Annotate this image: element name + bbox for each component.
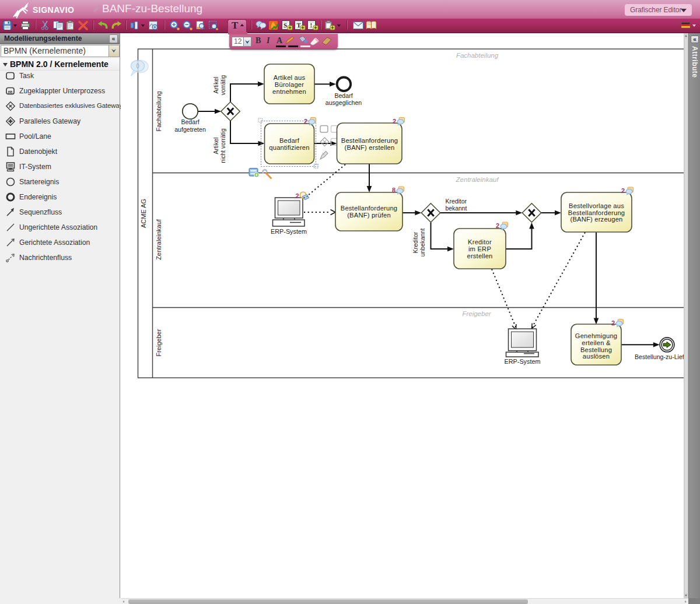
svg-text:Freigeber: Freigeber xyxy=(462,310,491,317)
svg-text:auslösen: auslösen xyxy=(583,353,610,360)
svg-text:erteilen &: erteilen & xyxy=(582,339,611,346)
svg-text:2: 2 xyxy=(393,118,396,125)
svg-text:Bestellanforderung: Bestellanforderung xyxy=(341,137,398,144)
svg-text:ERP-System: ERP-System xyxy=(505,358,541,365)
svg-text:Bestellanforderung: Bestellanforderung xyxy=(341,205,398,212)
svg-text:quantifizieren: quantifizieren xyxy=(269,144,309,151)
svg-text:im ERP: im ERP xyxy=(468,245,491,252)
svg-text:2: 2 xyxy=(621,187,625,194)
svg-text:Bestellanforderung: Bestellanforderung xyxy=(568,209,625,216)
svg-text:Kreditor: Kreditor xyxy=(468,238,492,245)
svg-text:2: 2 xyxy=(496,222,499,229)
svg-text:Artikel aus: Artikel aus xyxy=(274,74,306,81)
svg-text:!: ! xyxy=(310,22,313,29)
svg-text:2: 2 xyxy=(304,118,307,125)
svg-text:Genehmigung: Genehmigung xyxy=(575,332,617,339)
svg-text:Bedarf: Bedarf xyxy=(181,118,199,125)
svg-text:Zentraleinkauf: Zentraleinkauf xyxy=(456,176,500,183)
svg-text:2: 2 xyxy=(295,192,299,199)
svg-text:entnehmen: entnehmen xyxy=(272,88,306,95)
svg-text:Bedarf: Bedarf xyxy=(279,137,300,144)
svg-text:Fachabteilung: Fachabteilung xyxy=(155,91,162,131)
svg-text:Artikelvorrätig: Artikelvorrätig xyxy=(213,75,226,95)
svg-text:Freigeber: Freigeber xyxy=(155,329,162,356)
svg-text:Artikelnicht vorrätig: Artikelnicht vorrätig xyxy=(213,128,226,163)
svg-text:Bestellvorlage aus: Bestellvorlage aus xyxy=(569,202,624,209)
svg-text:erstellen: erstellen xyxy=(467,252,492,259)
svg-text:2: 2 xyxy=(611,319,615,326)
svg-text:(BANF) prüfen: (BANF) prüfen xyxy=(347,212,391,219)
svg-text:Bestellung: Bestellung xyxy=(580,346,612,353)
svg-text:bekannt: bekannt xyxy=(446,205,467,212)
svg-text:Bedarf: Bedarf xyxy=(334,92,352,99)
svg-text:ausgeglichen: ausgeglichen xyxy=(326,99,362,106)
svg-text:(BANF) erzeugen: (BANF) erzeugen xyxy=(570,216,622,223)
svg-text:Bestellung-zu-Lief: Bestellung-zu-Lief xyxy=(635,353,684,360)
svg-text:Fachabteilung: Fachabteilung xyxy=(456,52,499,59)
svg-text:Kreditor: Kreditor xyxy=(446,198,467,205)
svg-text:aufgetreten: aufgetreten xyxy=(174,126,206,133)
svg-text:S: S xyxy=(284,22,287,29)
svg-text:Bürolager: Bürolager xyxy=(275,81,304,88)
svg-text:0: 0 xyxy=(136,63,139,69)
svg-text:8: 8 xyxy=(392,187,396,194)
svg-text:Kreditorunbekannt: Kreditorunbekannt xyxy=(412,229,426,257)
svg-text:(BANF) erstellen: (BANF) erstellen xyxy=(345,144,395,151)
svg-text:ACME AG: ACME AG xyxy=(140,199,147,228)
svg-text:Zentraleinkauf: Zentraleinkauf xyxy=(155,219,162,260)
svg-text:ERP-System: ERP-System xyxy=(271,228,307,235)
